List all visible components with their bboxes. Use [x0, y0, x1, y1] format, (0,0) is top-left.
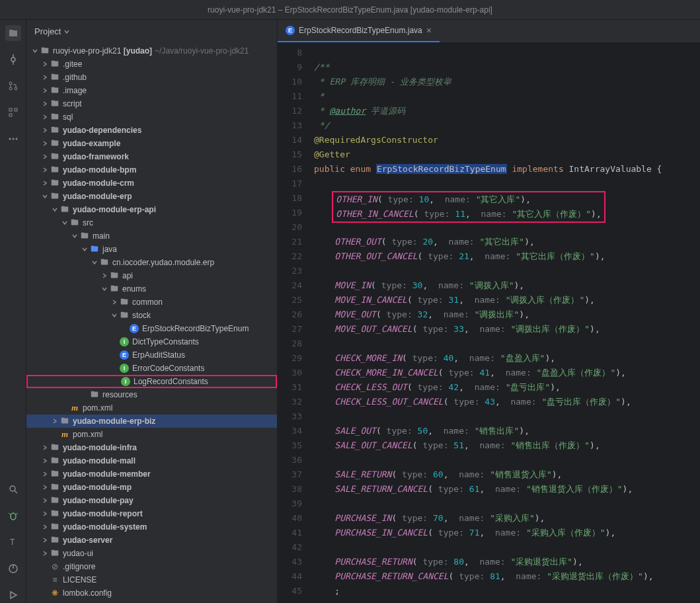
tab-label: ErpStockRecordBizTypeEnum.java	[299, 26, 422, 35]
tree-item[interactable]: .image	[26, 84, 277, 97]
tree-item[interactable]: script	[26, 97, 277, 110]
tree-item[interactable]: ⊘.gitignore	[26, 560, 277, 573]
svg-point-11	[15, 138, 17, 140]
text-tool-icon[interactable]: T	[5, 534, 21, 550]
tree-item[interactable]: .gitee	[26, 58, 277, 71]
svg-point-3	[9, 82, 12, 85]
tree-item[interactable]: ❋lombok.config	[26, 586, 277, 600]
svg-line-16	[16, 513, 18, 514]
tree-item[interactable]: yudao-server	[26, 534, 277, 547]
tree-item[interactable]: cn.iocoder.yudao.module.erp	[26, 256, 277, 269]
tree-item[interactable]: EErpAuditStatus	[26, 348, 277, 362]
tree-item[interactable]: yudao-module-infra	[26, 441, 277, 454]
tree-item-selected[interactable]: yudao-module-erp-biz	[26, 415, 277, 428]
svg-point-0	[11, 58, 15, 61]
tree-item[interactable]: yudao-module-mp	[26, 481, 277, 494]
tool-rail-left: T	[0, 20, 26, 603]
tree-item[interactable]: yudao-framework	[26, 150, 277, 163]
tree-item[interactable]: yudao-dependencies	[26, 124, 277, 137]
line-gutter: 8910111213141516171819202122232425262728…	[278, 46, 314, 603]
svg-point-5	[15, 87, 17, 90]
svg-rect-8	[9, 114, 12, 116]
svg-rect-7	[15, 108, 17, 111]
svg-point-12	[10, 486, 15, 491]
tree-item[interactable]: yudao-module-report	[26, 507, 277, 520]
tree-item[interactable]: yudao-module-system	[26, 520, 277, 534]
tree-item[interactable]: sql	[26, 110, 277, 124]
svg-line-13	[15, 491, 17, 493]
project-tool-icon[interactable]	[5, 25, 21, 41]
debug-tool-icon[interactable]	[5, 508, 21, 524]
tree-item[interactable]: stock	[26, 309, 277, 322]
editor-area: E ErpStockRecordBizTypeEnum.java × 89101…	[278, 20, 700, 603]
tree-item[interactable]: .github	[26, 71, 277, 84]
tree-item[interactable]: api	[26, 269, 277, 282]
tree-file-logrecord[interactable]: ILogRecordConstants	[26, 375, 277, 388]
tree-item[interactable]: main	[26, 229, 277, 243]
svg-point-4	[9, 87, 12, 90]
tree-item[interactable]: java	[26, 243, 277, 256]
tree-item[interactable]: yudao-module-pay	[26, 494, 277, 507]
tree-item[interactable]: yudao-module-crm	[26, 177, 277, 190]
enum-icon: E	[286, 26, 295, 35]
structure-tool-icon[interactable]	[5, 104, 21, 120]
tree-item[interactable]: mpom.xml	[26, 401, 277, 415]
tree-item[interactable]: yudao-module-bpm	[26, 163, 277, 177]
svg-point-9	[9, 138, 11, 140]
editor-tab[interactable]: E ErpStockRecordBizTypeEnum.java ×	[278, 20, 440, 42]
svg-point-14	[11, 513, 16, 520]
panel-title: Project	[34, 26, 61, 36]
tree-item[interactable]: IDictTypeConstants	[26, 335, 277, 348]
pull-requests-icon[interactable]	[5, 78, 21, 94]
code-editor[interactable]: 8910111213141516171819202122232425262728…	[278, 43, 700, 603]
tree-item[interactable]: common	[26, 296, 277, 309]
svg-text:T: T	[10, 538, 15, 547]
tree-item[interactable]: yudao-example	[26, 137, 277, 150]
project-panel: Project ruoyi-vue-pro-jdk21 [yudao]~/Jav…	[26, 20, 278, 603]
window-title: ruoyi-vue-pro-jdk21 – ErpStockRecordBizT…	[208, 5, 492, 15]
code-content[interactable]: /** * ERP 库存明细 - 业务类型枚举 * * @author 芋道源码…	[314, 46, 700, 603]
chevron-down-icon	[63, 28, 70, 35]
commit-tool-icon[interactable]	[5, 52, 21, 67]
tree-item[interactable]: yudao-module-erp	[26, 190, 277, 203]
tree-item[interactable]: mpom.xml	[26, 428, 277, 441]
tree-item[interactable]: src	[26, 216, 277, 229]
profiler-tool-icon[interactable]	[5, 561, 21, 577]
tree-item[interactable]: ≡LICENSE	[26, 573, 277, 586]
tree-item[interactable]: enums	[26, 282, 277, 296]
panel-header[interactable]: Project	[26, 20, 277, 43]
tree-item[interactable]: yudao-module-member	[26, 467, 277, 481]
tree-item[interactable]: yudao-module-erp-api	[26, 203, 277, 216]
svg-point-10	[12, 138, 14, 140]
more-tool-icon[interactable]	[5, 131, 21, 147]
tree-root[interactable]: ruoyi-vue-pro-jdk21 [yudao]~/Java/ruoyi-…	[26, 44, 277, 58]
close-icon[interactable]: ×	[426, 25, 432, 36]
tree-item[interactable]: yudao-module-mall	[26, 454, 277, 467]
project-tree[interactable]: ruoyi-vue-pro-jdk21 [yudao]~/Java/ruoyi-…	[26, 43, 277, 603]
svg-rect-6	[9, 108, 12, 111]
run-tool-icon[interactable]	[5, 587, 21, 603]
window-title-bar: ruoyi-vue-pro-jdk21 – ErpStockRecordBizT…	[0, 0, 700, 20]
tree-file-enum[interactable]: EErpStockRecordBizTypeEnum	[26, 322, 277, 335]
search-tool-icon[interactable]	[5, 481, 21, 497]
tree-item[interactable]: resources	[26, 388, 277, 401]
tree-item[interactable]: yudao-ui	[26, 547, 277, 560]
svg-line-15	[9, 513, 11, 514]
tree-item[interactable]: IErrorCodeConstants	[26, 362, 277, 375]
editor-tab-bar: E ErpStockRecordBizTypeEnum.java ×	[278, 20, 700, 43]
